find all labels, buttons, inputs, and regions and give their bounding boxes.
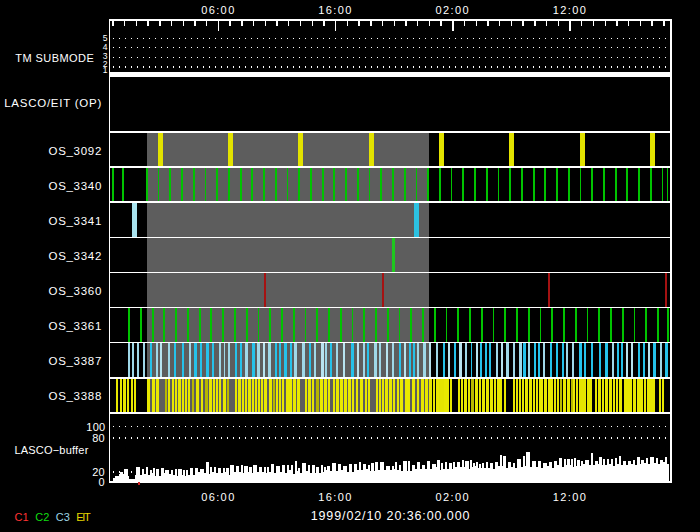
svg-text:12:00: 12:00 [553, 4, 588, 16]
svg-text:LASCO/EIT (OP): LASCO/EIT (OP) [4, 97, 102, 109]
svg-text:0: 0 [99, 476, 105, 488]
svg-text:OS_3340: OS_3340 [49, 180, 103, 192]
svg-text:16:00: 16:00 [318, 491, 353, 503]
svg-text:EIT: EIT [76, 511, 91, 523]
svg-text:02:00: 02:00 [436, 4, 471, 16]
svg-text:5: 5 [103, 33, 108, 43]
svg-text:OS_3092: OS_3092 [49, 145, 103, 157]
svg-text:LASCO−buffer: LASCO−buffer [14, 444, 88, 456]
svg-text:OS_3360: OS_3360 [49, 285, 103, 297]
svg-text:C1: C1 [15, 511, 29, 523]
svg-text:C2: C2 [35, 511, 49, 523]
svg-text:OS_3361: OS_3361 [49, 320, 103, 332]
svg-text:06:00: 06:00 [201, 491, 236, 503]
svg-text:OS_3341: OS_3341 [49, 215, 103, 227]
svg-text:OS_3388: OS_3388 [49, 390, 103, 402]
svg-text:06:00: 06:00 [201, 4, 236, 16]
svg-text:1999/02/10 20:36:00.000: 1999/02/10 20:36:00.000 [311, 509, 471, 523]
svg-text:80: 80 [92, 432, 105, 444]
svg-text:TM SUBMODE: TM SUBMODE [15, 52, 94, 64]
svg-text:12:00: 12:00 [553, 491, 588, 503]
svg-text:1: 1 [103, 65, 108, 75]
svg-text:C3: C3 [56, 511, 70, 523]
svg-text:OS_3387: OS_3387 [49, 355, 103, 367]
svg-text:02:00: 02:00 [436, 491, 471, 503]
svg-text:16:00: 16:00 [318, 4, 353, 16]
svg-text:OS_3342: OS_3342 [49, 250, 103, 262]
